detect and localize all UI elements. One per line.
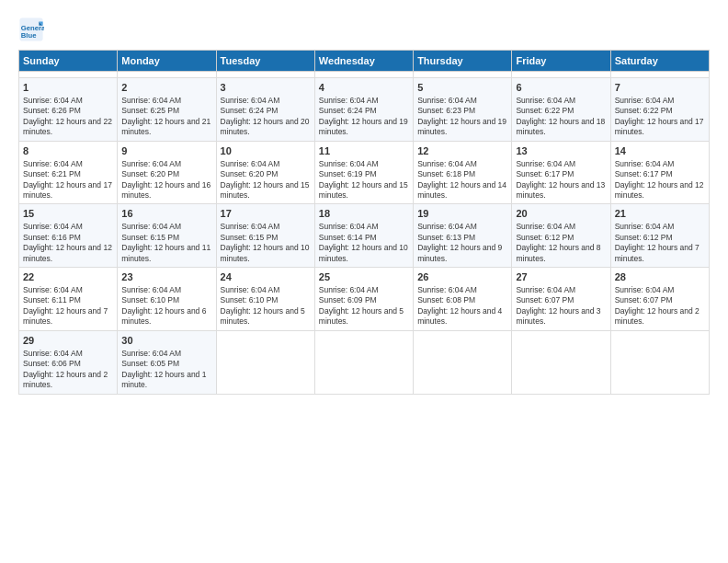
day-number: 26 [417, 270, 507, 284]
daylight-text: Daylight: 12 hours and 10 minutes. [221, 243, 311, 264]
sunset-text: Sunset: 6:21 PM [23, 169, 113, 179]
sunset-text: Sunset: 6:17 PM [516, 169, 606, 179]
cell-w4-d3: 25Sunrise: 6:04 AMSunset: 6:09 PMDayligh… [314, 268, 413, 331]
sunset-text: Sunset: 6:23 PM [417, 106, 507, 116]
sunrise-text: Sunrise: 6:04 AM [23, 285, 113, 295]
sunrise-text: Sunrise: 6:04 AM [221, 96, 311, 106]
cell-w3-d1: 16Sunrise: 6:04 AMSunset: 6:15 PMDayligh… [118, 204, 216, 268]
day-number: 9 [121, 144, 211, 158]
sunset-text: Sunset: 6:26 PM [23, 106, 113, 116]
week-row-3: 15Sunrise: 6:04 AMSunset: 6:16 PMDayligh… [19, 204, 710, 268]
page: General Blue SundayMondayTuesdayWednesda… [0, 0, 728, 563]
day-number: 28 [615, 270, 705, 284]
daylight-text: Daylight: 12 hours and 3 minutes. [516, 306, 606, 327]
cell-w4-d1: 23Sunrise: 6:04 AMSunset: 6:10 PMDayligh… [118, 268, 216, 331]
sunset-text: Sunset: 6:19 PM [319, 169, 409, 179]
daylight-text: Daylight: 12 hours and 12 minutes. [23, 243, 113, 264]
sunrise-text: Sunrise: 6:04 AM [319, 222, 409, 232]
sunrise-text: Sunrise: 6:04 AM [615, 222, 705, 232]
daylight-text: Daylight: 12 hours and 7 minutes. [615, 243, 705, 264]
day-number: 22 [23, 270, 113, 284]
cell-w3-d6: 21Sunrise: 6:04 AMSunset: 6:12 PMDayligh… [610, 204, 709, 268]
sunset-text: Sunset: 6:15 PM [121, 233, 211, 243]
cell-w4-d6: 28Sunrise: 6:04 AMSunset: 6:07 PMDayligh… [610, 268, 709, 331]
col-header-saturday: Saturday [610, 51, 709, 72]
day-number: 11 [319, 144, 409, 158]
sunrise-text: Sunrise: 6:04 AM [516, 285, 606, 295]
col-header-tuesday: Tuesday [216, 51, 314, 72]
sunset-text: Sunset: 6:22 PM [615, 106, 705, 116]
header-row: SundayMondayTuesdayWednesdayThursdayFrid… [19, 51, 710, 72]
sunset-text: Sunset: 6:17 PM [615, 169, 705, 179]
daylight-text: Daylight: 12 hours and 7 minutes. [23, 306, 113, 327]
cell-w3-d5: 20Sunrise: 6:04 AMSunset: 6:12 PMDayligh… [512, 204, 610, 268]
sunrise-text: Sunrise: 6:04 AM [516, 159, 606, 169]
daylight-text: Daylight: 12 hours and 2 minutes. [23, 370, 113, 391]
daylight-text: Daylight: 12 hours and 15 minutes. [319, 180, 409, 201]
sunset-text: Sunset: 6:12 PM [615, 233, 705, 243]
header: General Blue [18, 17, 710, 42]
logo-icon: General Blue [18, 17, 44, 42]
sunset-text: Sunset: 6:14 PM [319, 233, 409, 243]
daylight-text: Daylight: 12 hours and 12 minutes. [615, 180, 705, 201]
day-number: 2 [121, 81, 211, 95]
daylight-text: Daylight: 12 hours and 6 minutes. [121, 306, 211, 327]
cell-w0-d5 [512, 72, 610, 78]
day-number: 14 [615, 144, 705, 158]
cell-w5-d6 [610, 330, 709, 394]
svg-text:Blue: Blue [21, 31, 37, 40]
sunset-text: Sunset: 6:22 PM [516, 106, 606, 116]
day-number: 12 [417, 144, 507, 158]
calendar-table: SundayMondayTuesdayWednesdayThursdayFrid… [18, 50, 710, 395]
day-number: 17 [221, 207, 311, 221]
day-number: 6 [516, 81, 606, 95]
cell-w1-d6: 7Sunrise: 6:04 AMSunset: 6:22 PMDaylight… [610, 78, 709, 142]
sunrise-text: Sunrise: 6:04 AM [221, 222, 311, 232]
sunrise-text: Sunrise: 6:04 AM [23, 96, 113, 106]
sunrise-text: Sunrise: 6:04 AM [319, 159, 409, 169]
cell-w2-d5: 13Sunrise: 6:04 AMSunset: 6:17 PMDayligh… [512, 141, 610, 204]
cell-w0-d4 [414, 72, 512, 78]
cell-w4-d5: 27Sunrise: 6:04 AMSunset: 6:07 PMDayligh… [512, 268, 610, 331]
daylight-text: Daylight: 12 hours and 5 minutes. [221, 306, 311, 327]
cell-w3-d0: 15Sunrise: 6:04 AMSunset: 6:16 PMDayligh… [19, 204, 118, 268]
cell-w1-d4: 5Sunrise: 6:04 AMSunset: 6:23 PMDaylight… [414, 78, 512, 142]
cell-w5-d5 [512, 330, 610, 394]
sunrise-text: Sunrise: 6:04 AM [121, 285, 211, 295]
daylight-text: Daylight: 12 hours and 4 minutes. [417, 306, 507, 327]
week-row-1: 1Sunrise: 6:04 AMSunset: 6:26 PMDaylight… [19, 78, 710, 142]
sunrise-text: Sunrise: 6:04 AM [417, 285, 507, 295]
daylight-text: Daylight: 12 hours and 19 minutes. [319, 117, 409, 138]
cell-w0-d0 [19, 72, 118, 78]
day-number: 20 [516, 207, 606, 221]
day-number: 24 [221, 270, 311, 284]
day-number: 25 [319, 270, 409, 284]
sunrise-text: Sunrise: 6:04 AM [417, 159, 507, 169]
sunset-text: Sunset: 6:07 PM [516, 295, 606, 305]
daylight-text: Daylight: 12 hours and 20 minutes. [221, 117, 311, 138]
daylight-text: Daylight: 12 hours and 18 minutes. [516, 117, 606, 138]
week-row-2: 8Sunrise: 6:04 AMSunset: 6:21 PMDaylight… [19, 141, 710, 204]
day-number: 30 [121, 334, 211, 348]
cell-w2-d2: 10Sunrise: 6:04 AMSunset: 6:20 PMDayligh… [216, 141, 314, 204]
cell-w0-d6 [610, 72, 709, 78]
sunrise-text: Sunrise: 6:04 AM [121, 349, 211, 359]
day-number: 16 [121, 207, 211, 221]
daylight-text: Daylight: 12 hours and 13 minutes. [516, 180, 606, 201]
sunrise-text: Sunrise: 6:04 AM [23, 159, 113, 169]
sunset-text: Sunset: 6:13 PM [417, 233, 507, 243]
daylight-text: Daylight: 12 hours and 17 minutes. [615, 117, 705, 138]
sunset-text: Sunset: 6:20 PM [121, 169, 211, 179]
daylight-text: Daylight: 12 hours and 2 minutes. [615, 306, 705, 327]
col-header-sunday: Sunday [19, 51, 118, 72]
cell-w1-d2: 3Sunrise: 6:04 AMSunset: 6:24 PMDaylight… [216, 78, 314, 142]
daylight-text: Daylight: 12 hours and 19 minutes. [417, 117, 507, 138]
day-number: 8 [23, 144, 113, 158]
day-number: 3 [221, 81, 311, 95]
sunset-text: Sunset: 6:20 PM [221, 169, 311, 179]
daylight-text: Daylight: 12 hours and 14 minutes. [417, 180, 507, 201]
sunset-text: Sunset: 6:24 PM [319, 106, 409, 116]
day-number: 21 [615, 207, 705, 221]
daylight-text: Daylight: 12 hours and 22 minutes. [23, 117, 113, 138]
cell-w0-d2 [216, 72, 314, 78]
